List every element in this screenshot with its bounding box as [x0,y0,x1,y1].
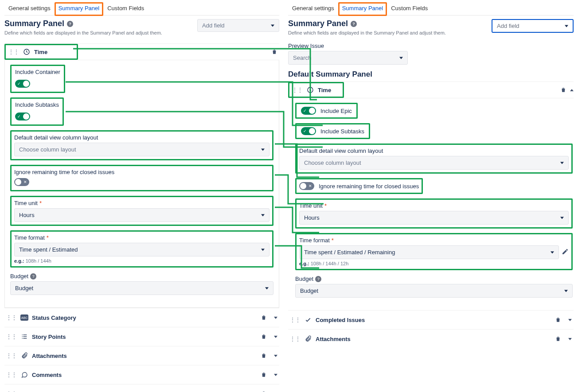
time-format-hint: e.g.: 108h / 144h [14,258,269,264]
layout-label: Default detail view column layout [299,147,569,154]
add-field-select[interactable]: Add field [492,19,574,33]
toggle-ignore[interactable]: ✕ [299,182,314,190]
chevron-down-icon[interactable] [274,317,277,319]
help-icon[interactable]: ? [315,276,321,282]
row-completed-issues: ⋮⋮ Completed Issues [288,310,574,329]
time-format-select[interactable]: Time spent / Estimated / Remaining [299,245,559,259]
tab-general[interactable]: General settings [4,2,55,15]
subtitle: Define which fields are displayed in the… [288,30,492,35]
chevron-down-icon[interactable] [274,336,277,338]
row-status-category: ⋮⋮ ABC Status Category [4,308,279,327]
clock-icon [306,86,314,94]
time-unit-select[interactable]: Hours [299,211,569,225]
row-calculated-progress: ⋮⋮ Calculated Progress [4,384,279,392]
time-format-label: Time format* [299,237,569,244]
toggle-include-container[interactable]: ✓ [15,80,30,88]
drag-handle[interactable]: ⋮⋮ [6,372,17,378]
chevron-down-icon[interactable] [274,355,277,357]
tabs-left: General settings Summary Panel Custom Fi… [4,2,279,16]
drag-handle[interactable]: ⋮⋮ [290,317,301,323]
drag-handle[interactable]: ⋮⋮ [6,314,17,321]
help-icon[interactable]: ? [67,21,73,27]
toggle-ignore[interactable]: ✕ [14,178,29,186]
trash-icon[interactable] [553,315,563,325]
toggle-include-epic[interactable]: ✓ [301,107,316,115]
drag-handle[interactable]: ⋮⋮ [8,49,19,55]
default-summary-panel-title: Default Summary Panel [288,70,574,79]
time-format-select[interactable]: Time spent / Estimated [14,243,269,256]
tab-custom[interactable]: Custom Fields [103,2,148,15]
trash-icon[interactable] [259,313,269,322]
chevron-down-icon[interactable] [568,319,572,321]
tabs-right: General settings Summary Panel Custom Fi… [288,2,574,16]
preview-issue-label: Preview Issue [288,43,408,49]
time-unit-label: Time unit* [14,200,269,206]
add-field-select[interactable]: Add field [197,19,279,32]
trash-icon[interactable] [259,370,269,380]
toggle-include-subtasks[interactable]: ✓ [301,127,316,135]
include-container-label: Include Container [15,69,60,75]
include-epic-label: Include Epic [320,108,352,114]
paperclip-icon [20,352,28,360]
ignore-label: Ignore remaining time for closed issues [319,183,419,190]
time-format-label: Time format* [14,234,269,241]
row-attachments: ⋮⋮ Attachments [288,329,574,348]
trash-icon[interactable] [269,47,279,57]
progress-icon [20,390,28,392]
ignore-label: Ignore remaining time for closed issues [14,169,269,175]
list-icon [20,333,28,341]
chevron-down-icon[interactable] [274,374,277,376]
trash-icon[interactable] [259,351,269,361]
clock-icon [23,48,31,56]
tab-custom[interactable]: Custom Fields [387,2,432,15]
check-icon [304,316,312,324]
budget-label: Budget ? [295,276,573,282]
chevron-up-icon[interactable] [570,89,574,91]
help-icon[interactable]: ? [30,273,36,279]
tab-summary[interactable]: Summary Panel [55,2,103,16]
page-title: Summary Panel ? [4,19,197,28]
tab-summary[interactable]: Summary Panel [338,2,387,16]
layout-select[interactable]: Choose column layout [299,156,569,170]
time-unit-select[interactable]: Hours [14,208,269,222]
tab-general[interactable]: General settings [288,2,338,15]
drag-handle[interactable]: ⋮⋮ [6,334,17,340]
trash-icon[interactable] [553,334,563,344]
include-subtasks-label: Include Subtasks [320,128,364,135]
panel-label-time: Time [34,49,74,55]
help-icon[interactable]: ? [351,21,357,27]
chevron-down-icon[interactable] [568,338,572,340]
budget-select[interactable]: Budget [10,281,273,295]
drag-handle[interactable]: ⋮⋮ [292,87,303,93]
preview-issue-select[interactable]: Search [288,51,408,65]
comment-icon [20,371,28,379]
budget-select[interactable]: Budget [295,284,573,298]
layout-select[interactable]: Choose column layout [14,143,269,156]
subtitle: Define which fields are displayed in the… [4,30,197,35]
budget-label: Budget ? [10,273,273,279]
layout-label: Default detail view column layout [14,134,269,141]
row-comments: ⋮⋮ Comments [4,365,279,384]
panel-label-time: Time [318,87,340,93]
include-subtasks-label: Include Subtasks [15,101,59,108]
paperclip-icon [304,335,312,343]
trash-icon[interactable] [558,85,568,95]
trash-icon[interactable] [259,332,269,342]
time-unit-label: Time unit* [299,202,569,209]
status-category-icon: ABC [20,314,28,322]
trash-icon[interactable] [259,389,269,392]
page-title: Summary Panel ? [288,19,492,28]
row-story-points: ⋮⋮ Story Points [4,327,279,346]
row-attachments: ⋮⋮ Attachments [4,346,279,365]
pencil-icon[interactable] [562,248,569,256]
toggle-include-subtasks[interactable]: ✓ [15,113,30,120]
time-format-hint: e.g.: 108h / 144h / 12h [299,261,569,266]
drag-handle[interactable]: ⋮⋮ [6,353,17,359]
drag-handle[interactable]: ⋮⋮ [290,336,301,342]
